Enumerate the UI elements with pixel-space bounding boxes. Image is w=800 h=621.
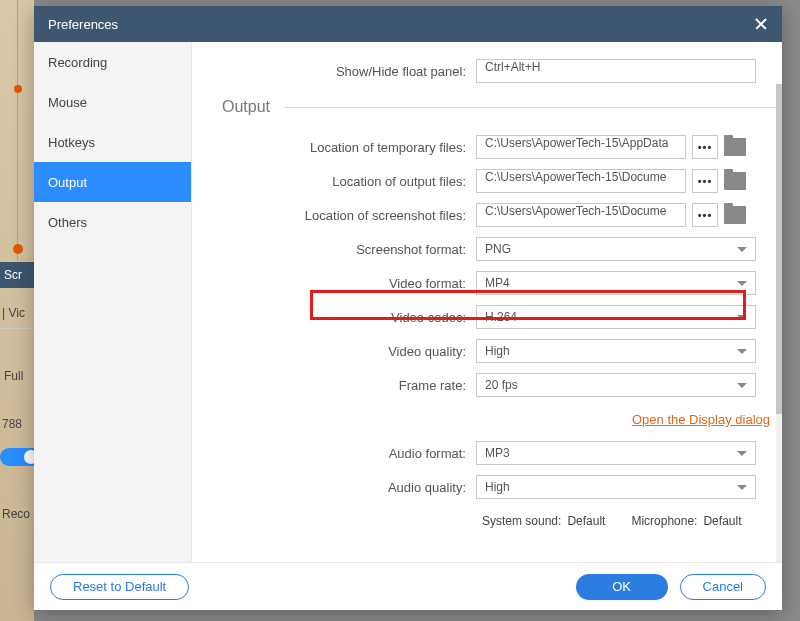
temp-loc-label: Location of temporary files: — [222, 140, 476, 155]
vid-codec-label: Video codec: — [222, 310, 476, 325]
shot-loc-browse-button[interactable]: ••• — [692, 203, 718, 227]
vid-fmt-label: Video format: — [222, 276, 476, 291]
dialog-footer: Reset to Default OK Cancel — [34, 562, 782, 610]
audio-device-status: System sound:Default Microphone:Default — [222, 508, 778, 528]
aud-quality-label: Audio quality: — [222, 480, 476, 495]
chevron-down-icon — [737, 383, 747, 388]
bg-text-vid: | Vic — [2, 306, 25, 320]
vid-quality-label: Video quality: — [222, 344, 476, 359]
aud-fmt-label: Audio format: — [222, 446, 476, 461]
sidebar-item-label: Mouse — [48, 95, 87, 110]
sidebar-item-label: Hotkeys — [48, 135, 95, 150]
sidebar-item-label: Others — [48, 215, 87, 230]
shot-fmt-select[interactable]: PNG — [476, 237, 756, 261]
dialog-title: Preferences — [48, 17, 118, 32]
shot-loc-label: Location of screenshot files: — [222, 208, 476, 223]
float-panel-label: Show/Hide float panel: — [222, 64, 476, 79]
temp-loc-folder-icon[interactable] — [724, 138, 746, 156]
out-loc-label: Location of output files: — [222, 174, 476, 189]
sidebar-item-label: Output — [48, 175, 87, 190]
preferences-dialog: Preferences Recording Mouse Hotkeys Outp… — [34, 6, 782, 610]
vid-quality-select[interactable]: High — [476, 339, 756, 363]
chevron-down-icon — [737, 451, 747, 456]
shot-fmt-label: Screenshot format: — [222, 242, 476, 257]
chevron-down-icon — [737, 281, 747, 286]
dialog-titlebar: Preferences — [34, 6, 782, 42]
bg-text-num: 788 — [2, 417, 22, 431]
aud-quality-select[interactable]: High — [476, 475, 756, 499]
frame-rate-select[interactable]: 20 fps — [476, 373, 756, 397]
bg-titlebar-fragment: Scr — [0, 262, 34, 288]
vid-fmt-select[interactable]: MP4 — [476, 271, 756, 295]
frame-rate-label: Frame rate: — [222, 378, 476, 393]
chevron-down-icon — [737, 247, 747, 252]
chevron-down-icon — [737, 485, 747, 490]
sidebar: Recording Mouse Hotkeys Output Others — [34, 42, 192, 562]
open-display-dialog-link[interactable]: Open the Display dialog — [632, 412, 770, 427]
out-loc-input[interactable]: C:\Users\ApowerTech-15\Docume — [476, 169, 686, 193]
bg-text-full: Full — [4, 369, 23, 383]
bg-text-reco: Reco — [2, 507, 30, 521]
float-panel-input[interactable]: Ctrl+Alt+H — [476, 59, 756, 83]
aud-fmt-select[interactable]: MP3 — [476, 441, 756, 465]
sidebar-item-hotkeys[interactable]: Hotkeys — [34, 122, 191, 162]
shot-loc-input[interactable]: C:\Users\ApowerTech-15\Docume — [476, 203, 686, 227]
temp-loc-browse-button[interactable]: ••• — [692, 135, 718, 159]
out-loc-folder-icon[interactable] — [724, 172, 746, 190]
close-icon[interactable] — [754, 17, 768, 31]
scrollbar-thumb[interactable] — [776, 84, 782, 414]
out-loc-browse-button[interactable]: ••• — [692, 169, 718, 193]
sidebar-item-others[interactable]: Others — [34, 202, 191, 242]
content-pane: Show/Hide float panel: Ctrl+Alt+H Output… — [192, 42, 782, 562]
cancel-button[interactable]: Cancel — [680, 574, 766, 600]
temp-loc-input[interactable]: C:\Users\ApowerTech-15\AppData — [476, 135, 686, 159]
vid-codec-select[interactable]: H.264 — [476, 305, 756, 329]
bg-toggle — [0, 448, 34, 466]
chevron-down-icon — [737, 315, 747, 320]
sidebar-item-mouse[interactable]: Mouse — [34, 82, 191, 122]
sidebar-item-output[interactable]: Output — [34, 162, 191, 202]
sidebar-item-recording[interactable]: Recording — [34, 42, 191, 82]
chevron-down-icon — [737, 349, 747, 354]
output-section-title: Output — [222, 98, 778, 116]
shot-loc-folder-icon[interactable] — [724, 206, 746, 224]
reset-button[interactable]: Reset to Default — [50, 574, 189, 600]
ok-button[interactable]: OK — [576, 574, 668, 600]
sidebar-item-label: Recording — [48, 55, 107, 70]
